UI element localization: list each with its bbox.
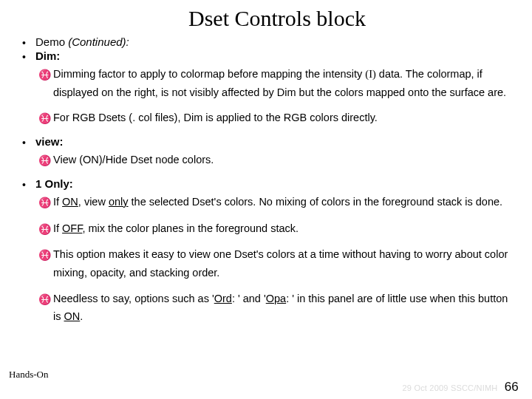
bullet-dim: • Dim: (22, 50, 517, 62)
sub-item: ♓ Dimming factor to apply to colormap be… (38, 65, 517, 101)
page-number: 66 (505, 380, 519, 394)
pisces-icon: ♓ (38, 109, 53, 128)
footer-date: 29 Oct 2009 SSCC/NIMH (403, 383, 498, 392)
pisces-icon: ♓ (38, 65, 53, 84)
sublist-view: ♓ View (ON)/Hide Dset node colors. (38, 151, 517, 170)
bullet-view: • view: (22, 135, 517, 148)
slide-title: Dset Controls block (148, 6, 406, 31)
footer-left: Hands-On (9, 369, 48, 381)
pisces-icon: ♓ (38, 219, 53, 239)
sub-item: ♓ If OFF, mix the color planes in the fo… (38, 219, 517, 239)
sublist-one-only: ♓ If ON, view only the selected Dset's c… (38, 193, 517, 326)
footer-right: 29 Oct 2009 SSCC/NIMH 66 (403, 380, 519, 395)
pisces-icon: ♓ (38, 151, 53, 170)
sub-item: ♓ Needless to say, options such as 'Ord:… (38, 290, 517, 326)
pisces-icon: ♓ (38, 193, 53, 212)
bullet-demo: • Demo (Continued): (22, 35, 517, 48)
sub-item: ♓ View (ON)/Hide Dset node colors. (38, 151, 517, 170)
bullet-one-only: • 1 Only: (22, 177, 517, 190)
pisces-icon: ♓ (38, 245, 53, 265)
bullet-label: Demo (Continued): (35, 35, 517, 48)
bullet-icon: • (22, 135, 35, 148)
sub-item: ♓ If ON, view only the selected Dset's c… (38, 193, 517, 212)
bullet-icon: • (22, 177, 35, 190)
bullet-label: Dim: (35, 50, 60, 62)
bullet-label: view: (35, 135, 64, 148)
pisces-icon: ♓ (38, 290, 53, 309)
bullet-icon: • (22, 50, 35, 62)
slide: Dset Controls block • Demo (Continued): … (0, 0, 532, 399)
sublist-dim: ♓ Dimming factor to apply to colormap be… (38, 65, 517, 128)
bullet-label: 1 Only: (35, 177, 73, 190)
sub-item: ♓ For RGB Dsets (. col files), Dim is ap… (38, 109, 517, 128)
sub-item: ♓ This option makes it easy to view one … (38, 245, 517, 282)
bullet-icon: • (22, 35, 35, 48)
